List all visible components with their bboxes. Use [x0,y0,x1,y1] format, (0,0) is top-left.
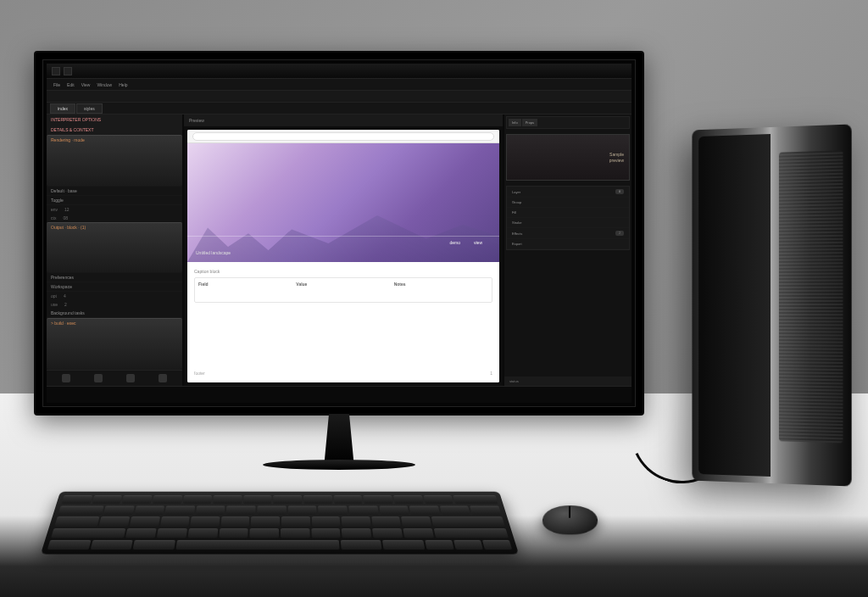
page-content: Caption block Field Value Notes footer 1 [187,262,499,382]
preview-text: Sample [609,152,624,158]
preview-text: preview [609,158,624,164]
table-row: opt4 [47,292,182,300]
form-header: Field [198,282,292,287]
menu-item[interactable]: View [81,82,91,87]
window-control-icon[interactable] [52,67,60,75]
url-input[interactable] [192,132,494,141]
menu-item[interactable]: Window [97,82,112,87]
mouse [542,505,598,535]
form-block: Field Value Notes [194,277,492,303]
mountain-shape [255,215,499,262]
hero-subtext: Untitled landscape [196,250,231,255]
tab[interactable]: index [50,103,75,114]
wave-line [187,236,499,237]
list-item[interactable]: Default · base [47,187,182,196]
window-titlebar[interactable] [47,64,632,79]
panel-subheader: DETAILS & CONTEXT [47,125,182,135]
right-panel: Info Props Sample preview LayerA Group F… [504,114,632,386]
thumbnail-preview: Sample preview [506,134,630,181]
chip[interactable]: demo [449,240,460,245]
list-item[interactable]: Effects2 [507,228,629,239]
right-section: Info Props [506,116,630,129]
right-footer: status [504,377,632,386]
url-bar [187,130,499,143]
menu-item[interactable]: Help [119,82,127,87]
panel-icon[interactable] [126,374,135,382]
list-item[interactable]: Fill [507,208,629,218]
toolbar [47,91,632,103]
caption: Caption block [194,269,492,274]
monitor-base [263,460,415,470]
list-item[interactable]: Stroke [507,218,629,228]
hero-image: Untitled landscape demo view [187,143,499,262]
menu-item[interactable]: Edit [67,82,75,87]
left-panel: INTERPRETER OPTIONS DETAILS & CONTEXT Re… [47,114,182,386]
monitor-bezel: File Edit View Window Help index styles … [42,59,636,407]
menubar: File Edit View Window Help [47,79,632,91]
menu-item[interactable]: File [53,82,60,87]
section-header: Output · block · (1) [47,222,182,274]
workspace: INTERPRETER OPTIONS DETAILS & CONTEXT Re… [47,114,632,386]
form-header: Notes [394,282,488,287]
center-header: Preview [184,114,503,126]
statusbar [47,386,632,403]
list-item[interactable]: Group [507,198,629,208]
footer-left: footer [194,371,205,376]
list-item[interactable]: Workspace [47,282,182,292]
center-title: Preview [189,118,204,123]
side-tab[interactable]: Info [509,119,521,126]
monitor: File Edit View Window Help index styles … [34,51,644,416]
command-line[interactable]: > build · exec [47,318,182,370]
pc-tower [692,124,851,486]
panel-icon[interactable] [159,374,167,382]
list-item[interactable]: Rendering · mode [47,135,182,187]
center-panel: Preview Untitled landscape dem [184,114,503,386]
list-item[interactable]: Background tasks [47,309,182,318]
list-item[interactable]: Export [507,239,629,249]
tab[interactable]: styles [76,103,103,114]
keyboard [41,492,519,555]
properties-list: LayerA Group Fill Stroke Effects2 Export [506,186,630,250]
panel-header: INTERPRETER OPTIONS [47,114,182,125]
footer-right: 1 [490,371,492,376]
table-row: env12 [47,205,182,214]
content-footer: footer 1 [194,371,492,376]
form-header: Value [296,282,390,287]
browser-preview: Untitled landscape demo view Caption blo… [187,130,499,382]
hero-chips: demo view [449,240,482,245]
panel-icon[interactable] [62,374,70,382]
window-control-icon[interactable] [64,67,72,75]
screen: File Edit View Window Help index styles … [47,64,632,403]
list-item[interactable]: LayerA [507,187,629,198]
side-tab[interactable]: Props [522,119,537,126]
list-item[interactable]: Preferences [47,273,182,282]
panel-icon[interactable] [94,374,103,382]
list-item[interactable]: Toggle [47,196,182,205]
table-row: ctx08 [47,214,182,222]
chip[interactable]: view [474,240,482,245]
table-row: use2 [47,300,182,309]
panel-footer-icons [47,370,182,386]
tabstrip: index styles [47,103,632,114]
